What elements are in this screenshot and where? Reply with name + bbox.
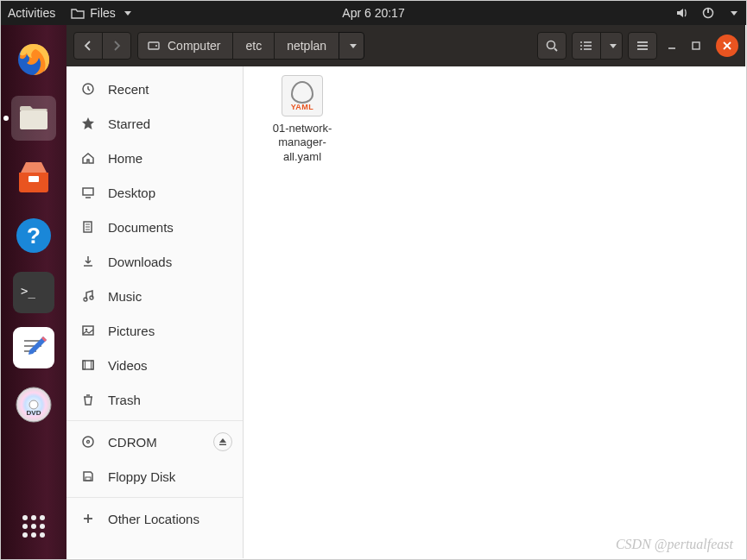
home-icon: [80, 151, 96, 165]
gnome-top-bar: Activities Files Apr 6 20:17: [1, 1, 746, 25]
view-dropdown[interactable]: [600, 32, 623, 60]
svg-point-22: [40, 532, 45, 538]
dock-firefox[interactable]: [11, 37, 56, 82]
dock-files[interactable]: [11, 96, 56, 141]
svg-point-47: [84, 298, 87, 301]
sidebar-music[interactable]: Music: [66, 279, 243, 313]
dock-text-editor[interactable]: [13, 327, 54, 368]
label: Music: [108, 289, 142, 304]
path-netplan[interactable]: netplan: [274, 32, 339, 60]
close-button[interactable]: [716, 35, 738, 57]
chevron-down-icon: [124, 11, 131, 16]
svg-point-20: [22, 532, 28, 538]
view-list-button[interactable]: [572, 32, 601, 60]
power-icon: [701, 6, 715, 20]
sidebar-pictures[interactable]: Pictures: [66, 313, 243, 348]
documents-icon: [80, 220, 96, 234]
svg-rect-53: [92, 361, 94, 369]
sidebar-downloads[interactable]: Downloads: [66, 244, 243, 279]
sidebar-other-locations[interactable]: Other Locations: [66, 501, 243, 536]
svg-point-55: [87, 441, 90, 444]
label: Trash: [108, 393, 141, 407]
sidebar-trash[interactable]: Trash: [66, 382, 243, 417]
file-view[interactable]: YAML 01-network- manager- all.yaml: [244, 66, 745, 558]
label: Desktop: [108, 186, 155, 200]
maximize-button[interactable]: [687, 36, 706, 55]
ubuntu-dock: ? >_ DVD: [1, 25, 66, 559]
eject-icon: [218, 437, 227, 446]
svg-text:DVD: DVD: [27, 409, 41, 417]
eject-button[interactable]: [213, 432, 232, 451]
sidebar-cdrom[interactable]: CDROM: [66, 425, 243, 459]
star-icon: [80, 116, 96, 130]
activities-button[interactable]: Activities: [8, 6, 55, 20]
system-status-area[interactable]: [675, 6, 738, 20]
close-icon: [722, 41, 732, 51]
sidebar-documents[interactable]: Documents: [66, 210, 243, 244]
file-name: 01-network- manager- all.yaml: [259, 122, 345, 164]
forward-button[interactable]: [102, 32, 131, 60]
svg-point-54: [83, 437, 93, 447]
sidebar-videos[interactable]: Videos: [66, 348, 243, 382]
dock-dvd[interactable]: DVD: [11, 382, 56, 427]
label: CDROM: [108, 435, 157, 450]
svg-rect-52: [83, 361, 85, 369]
path-etc[interactable]: etc: [232, 32, 275, 60]
label: Documents: [108, 220, 174, 235]
hamburger-menu[interactable]: [628, 32, 657, 60]
videos-icon: [80, 358, 96, 372]
svg-point-14: [22, 515, 28, 520]
svg-point-17: [22, 524, 28, 529]
path-root[interactable]: Computer: [137, 32, 233, 60]
sidebar-separator: [66, 497, 243, 498]
svg-rect-4: [28, 176, 39, 182]
chevron-down-icon: [350, 44, 357, 48]
svg-rect-23: [149, 42, 159, 49]
label: Downloads: [108, 255, 172, 269]
svg-point-31: [580, 45, 582, 47]
back-button[interactable]: [73, 32, 103, 60]
dock-help[interactable]: ?: [11, 213, 56, 258]
svg-point-32: [580, 48, 582, 50]
chevron-down-icon: [610, 44, 617, 48]
svg-point-12: [29, 400, 38, 409]
search-button[interactable]: [537, 32, 567, 60]
downloads-icon: [80, 255, 96, 268]
svg-point-18: [31, 524, 36, 529]
svg-point-19: [40, 524, 45, 529]
sidebar-starred[interactable]: Starred: [66, 106, 243, 141]
file-thumb: YAML: [282, 75, 323, 116]
menu-icon: [636, 40, 649, 52]
svg-text:?: ?: [27, 223, 41, 249]
minimize-button[interactable]: [662, 36, 681, 55]
dock-software[interactable]: [11, 154, 56, 199]
svg-text:>_: >_: [21, 284, 35, 299]
svg-point-50: [85, 329, 88, 331]
desktop-icon: [80, 186, 96, 199]
sidebar-floppy[interactable]: Floppy Disk: [66, 459, 243, 494]
svg-point-25: [548, 41, 555, 49]
disc-icon: [80, 435, 96, 449]
chevron-down-icon: [731, 11, 738, 16]
sidebar-desktop[interactable]: Desktop: [66, 175, 243, 210]
svg-point-16: [40, 515, 45, 520]
floppy-icon: [80, 469, 96, 483]
clock[interactable]: Apr 6 20:17: [342, 6, 404, 20]
path-bar: Computer etc netplan: [138, 32, 364, 60]
file-item-yaml[interactable]: YAML 01-network- manager- all.yaml: [259, 75, 345, 164]
app-menu[interactable]: Files: [71, 6, 131, 20]
label: Floppy Disk: [108, 469, 175, 484]
path-dropdown[interactable]: [339, 32, 364, 60]
clock-icon: [80, 82, 96, 96]
file-type-tag: YAML: [291, 103, 314, 112]
sidebar-recent[interactable]: Recent: [66, 72, 243, 106]
svg-rect-37: [693, 42, 700, 49]
dock-show-apps[interactable]: [11, 504, 56, 549]
volume-icon: [675, 6, 689, 20]
dock-terminal[interactable]: >_: [13, 272, 54, 313]
drive-icon: [147, 39, 161, 53]
files-header-bar: Computer etc netplan: [66, 25, 745, 66]
pictures-icon: [80, 324, 96, 337]
svg-rect-41: [83, 188, 93, 195]
sidebar-home[interactable]: Home: [66, 141, 243, 175]
